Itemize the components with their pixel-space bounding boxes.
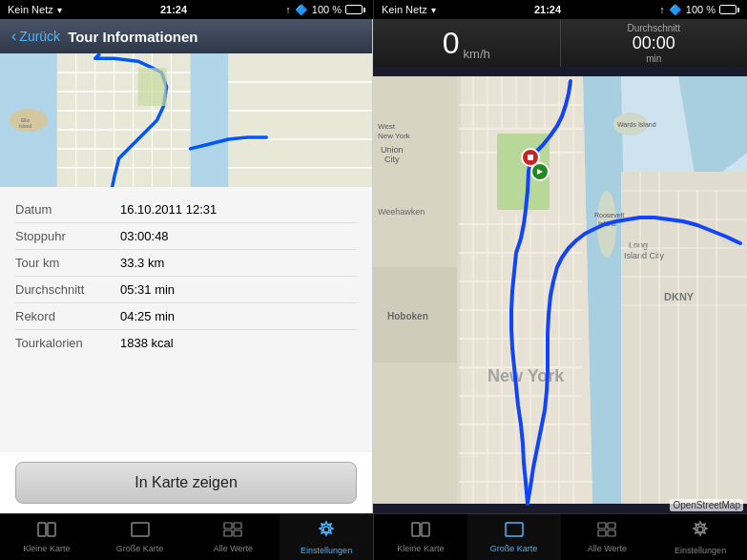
info-row-stoppuhr: Stoppuhr 03:00:48 — [15, 223, 357, 250]
svg-text:Weehawken: Weehawken — [378, 207, 425, 217]
info-row-tourkalorien: Tourkalorien 1838 kcal — [15, 330, 357, 356]
tab-all-values-right[interactable]: Alle Werte — [561, 513, 654, 560]
arrow-icon-left: ↑ — [285, 4, 291, 15]
large-map-right-icon — [505, 522, 524, 542]
svg-text:Island: Island — [19, 123, 31, 129]
wifi-icon-left: ▾ — [57, 5, 62, 15]
bluetooth-icon-left: 🔷 — [295, 4, 308, 16]
svg-rect-2 — [190, 53, 228, 187]
svg-text:New York: New York — [488, 366, 565, 385]
info-section: Datum 16.10.2011 12:31 Stoppuhr 03:00:48… — [0, 187, 372, 452]
svg-rect-91 — [48, 523, 55, 536]
svg-rect-100 — [506, 523, 523, 536]
value-tourkm: 33.3 km — [120, 256, 164, 270]
tab-settings-left[interactable]: Einstellungen — [280, 513, 373, 560]
tab-large-map-left[interactable]: Große Karte — [93, 513, 187, 560]
value-datum: 16.10.2011 12:31 — [120, 202, 217, 217]
svg-text:Wards Island: Wards Island — [617, 121, 656, 128]
svg-text:New York: New York — [378, 132, 411, 140]
map-preview: Ellis Island — [0, 53, 372, 187]
svg-rect-92 — [132, 523, 149, 536]
large-map-left-icon — [131, 522, 150, 542]
svg-rect-104 — [608, 530, 615, 536]
label-datum: Datum — [15, 202, 120, 217]
avg-display: Durchschnitt 00:00 min — [560, 19, 748, 67]
small-map-right-icon — [411, 522, 430, 542]
small-map-left-icon — [37, 522, 56, 542]
arrow-icon-right: ↑ — [659, 4, 665, 15]
info-row-tourkm: Tour km 33.3 km — [15, 250, 357, 277]
tab-large-map-right[interactable]: Große Karte — [467, 513, 561, 560]
svg-rect-94 — [234, 523, 241, 529]
speed-value: 0 — [443, 26, 460, 61]
svg-text:Roosevelt: Roosevelt — [594, 212, 624, 218]
map-preview-svg: Ellis Island — [0, 53, 372, 187]
speed-header: 0 km/h Durchschnitt 00:00 min — [373, 19, 747, 67]
back-button[interactable]: ‹ Zurück — [11, 28, 60, 45]
tab-panel-left: Kleine Karte Große Karte Alle Werte Eins… — [0, 513, 374, 560]
svg-rect-95 — [224, 530, 232, 536]
label-stoppuhr: Stoppuhr — [15, 229, 120, 243]
time-right: 21:24 — [534, 4, 561, 15]
back-chevron-icon: ‹ — [11, 28, 16, 45]
svg-text:Union: Union — [381, 145, 404, 155]
battery-icon-right — [719, 5, 739, 14]
map-main: Hoboken Weehawken Union City West New Yo… — [373, 67, 747, 513]
time-left: 21:24 — [160, 4, 187, 15]
tab-small-map-right[interactable]: Kleine Karte — [374, 513, 467, 560]
svg-point-97 — [323, 527, 329, 532]
svg-text:Hoboken: Hoboken — [387, 311, 428, 321]
avg-label: Durchschnitt — [627, 23, 680, 33]
tab-panel-right: Kleine Karte Große Karte Alle Werte Eins… — [374, 513, 747, 560]
value-rekord: 04:25 min — [120, 309, 175, 323]
left-panel: ‹ Zurück Tour Informationen — [0, 19, 373, 513]
svg-marker-3 — [57, 53, 191, 187]
tab-label-large-map-left: Große Karte — [116, 544, 164, 553]
tab-label-all-values-left: Alle Werte — [214, 544, 253, 553]
label-durchschnitt: Durchschnitt — [15, 282, 120, 297]
svg-text:City: City — [384, 155, 400, 164]
settings-right-icon — [691, 520, 710, 544]
tab-label-settings-right: Einstellungen — [674, 546, 726, 555]
svg-rect-101 — [598, 523, 606, 529]
value-tourkalorien: 1838 kcal — [120, 336, 174, 350]
svg-text:West: West — [378, 122, 396, 131]
tab-label-settings-left: Einstellungen — [301, 546, 352, 555]
show-map-button[interactable]: In Karte zeigen — [15, 462, 357, 504]
all-values-left-icon — [223, 522, 242, 542]
nav-title: Tour Informationen — [68, 29, 197, 45]
svg-point-105 — [697, 527, 703, 532]
value-durchschnitt: 05:31 min — [120, 282, 175, 297]
avg-value: 00:00 — [633, 33, 675, 53]
settings-left-icon — [317, 520, 336, 544]
battery-label-right: 100 % — [686, 4, 716, 15]
tab-label-small-map-left: Kleine Karte — [23, 544, 70, 553]
label-rekord: Rekord — [15, 309, 120, 323]
label-tourkm: Tour km — [15, 256, 120, 270]
svg-rect-90 — [38, 523, 46, 536]
info-row-rekord: Rekord 04:25 min — [15, 303, 357, 330]
network-left: Kein Netz — [8, 4, 53, 15]
tab-small-map-left[interactable]: Kleine Karte — [0, 513, 93, 560]
tab-settings-right[interactable]: Einstellungen — [654, 513, 747, 560]
svg-rect-16 — [228, 53, 372, 187]
info-row-durchschnitt: Durchschnitt 05:31 min — [15, 277, 357, 303]
svg-rect-93 — [224, 523, 232, 529]
avg-unit: min — [646, 53, 661, 64]
svg-rect-102 — [608, 523, 615, 529]
speed-display: 0 km/h — [373, 19, 560, 67]
svg-rect-103 — [598, 530, 606, 536]
status-bars: Kein Netz ▾ 21:24 ↑ 🔷 100 % Kein Netz ▾ … — [0, 0, 747, 19]
tab-all-values-left[interactable]: Alle Werte — [187, 513, 280, 560]
svg-rect-21 — [138, 68, 167, 106]
info-row-datum: Datum 16.10.2011 12:31 — [15, 197, 357, 223]
status-bar-right: Kein Netz ▾ 21:24 ↑ 🔷 100 % — [373, 0, 747, 19]
right-panel: 0 km/h Durchschnitt 00:00 min — [373, 19, 747, 513]
bluetooth-icon-right: 🔷 — [669, 4, 682, 16]
osm-credit: OpenStreetMap — [670, 499, 743, 511]
nav-bar: ‹ Zurück Tour Informationen — [0, 19, 372, 53]
bottom-tabs: Kleine Karte Große Karte Alle Werte Eins… — [0, 513, 747, 560]
label-tourkalorien: Tourkalorien — [15, 336, 120, 350]
svg-rect-99 — [422, 523, 429, 536]
network-right: Kein Netz — [382, 4, 427, 15]
